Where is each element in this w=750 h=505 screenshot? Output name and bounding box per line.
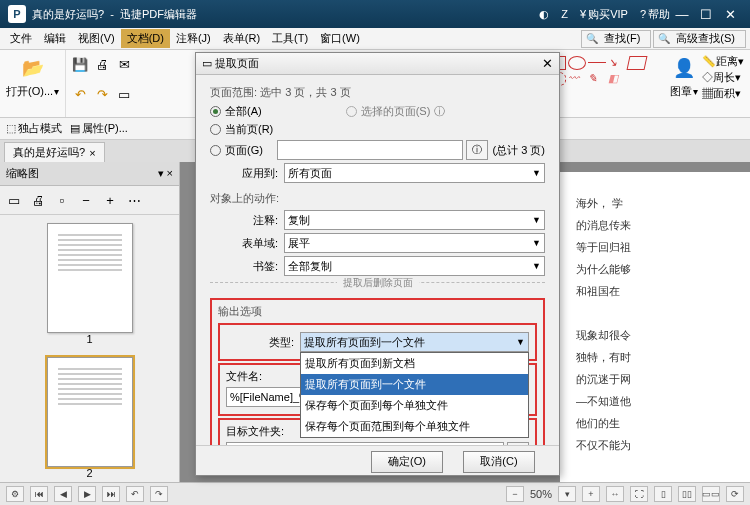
- page-icon[interactable]: ▭: [114, 85, 134, 105]
- dialog-title: 提取页面: [215, 56, 542, 71]
- menu-edit[interactable]: 编辑: [38, 29, 72, 48]
- back-icon[interactable]: ↶: [126, 486, 144, 502]
- continuous-icon[interactable]: ▯▯: [678, 486, 696, 502]
- quick-tools: 💾 🖨 ✉ ↶ ↷ ▭: [66, 50, 146, 117]
- thumb-print-icon[interactable]: 🖨: [28, 190, 48, 210]
- single-page-icon[interactable]: ▯: [654, 486, 672, 502]
- close-button[interactable]: ✕: [718, 7, 742, 22]
- ok-button[interactable]: 确定(O): [371, 451, 443, 473]
- fit-page-icon[interactable]: ⛶: [630, 486, 648, 502]
- thumb-del-icon[interactable]: ▫: [52, 190, 72, 210]
- panel-menu-icon[interactable]: ▾ ×: [158, 167, 173, 180]
- cancel-button[interactable]: 取消(C): [463, 451, 535, 473]
- arrow-icon[interactable]: ↘: [608, 56, 626, 70]
- last-page-icon[interactable]: ⏭: [102, 486, 120, 502]
- fit-width-icon[interactable]: ↔: [606, 486, 624, 502]
- eraser-icon[interactable]: ◧: [608, 72, 626, 86]
- distance-tool[interactable]: 📏距离▾: [702, 54, 744, 69]
- prev-page-icon[interactable]: ◀: [54, 486, 72, 502]
- solo-mode[interactable]: ⬚ 独占模式: [6, 121, 62, 136]
- extract-pages-dialog: ▭ 提取页面 ✕ 页面范围: 选中 3 页，共 3 页 全部(A) 选择的页面(…: [195, 52, 560, 476]
- type-option[interactable]: 提取所有页面到一个文件: [301, 374, 528, 395]
- folder-open-icon: 📂: [19, 54, 47, 82]
- type-select[interactable]: 提取所有页面到一个文件▼ 提取所有页面到新文档 提取所有页面到一个文件 保存每个…: [300, 332, 529, 352]
- save-icon[interactable]: 💾: [70, 54, 90, 74]
- menu-tool[interactable]: 工具(T): [266, 29, 314, 48]
- folder-input[interactable]: [226, 442, 504, 445]
- zoom-value: 50%: [530, 488, 552, 500]
- help-button[interactable]: ? 帮助: [640, 7, 670, 22]
- menu-view[interactable]: 视图(V): [72, 29, 121, 48]
- thumb-add-icon[interactable]: ▭: [4, 190, 24, 210]
- minimize-button[interactable]: ―: [670, 7, 694, 22]
- radio-all[interactable]: 全部(A): [210, 104, 262, 119]
- print-icon[interactable]: 🖨: [92, 54, 112, 74]
- radio-current[interactable]: 当前页(R): [210, 122, 273, 137]
- properties-button[interactable]: ▤ 属性(P)...: [70, 121, 128, 136]
- open-group[interactable]: 📂 打开(O)...▾: [0, 50, 66, 117]
- menu-bar: 文件 编辑 视图(V) 文档(D) 注释(J) 表单(R) 工具(T) 窗口(W…: [0, 28, 750, 50]
- shape-tools: ↘ 〰 ✎ ◧ 👤 图章▾ 📏距离▾ ◇周长▾ ▦面积▾: [540, 50, 750, 117]
- mail-icon[interactable]: ✉: [114, 54, 134, 74]
- undo-icon[interactable]: ↶: [70, 85, 90, 105]
- thumb-zoomout-icon[interactable]: −: [76, 190, 96, 210]
- window-title: 真的是好运吗? - 迅捷PDF编辑器: [32, 7, 527, 22]
- type-option[interactable]: 保存每个页面到每个单独文件: [301, 395, 528, 416]
- thumb-more-icon[interactable]: ⋯: [124, 190, 144, 210]
- advanced-find-button[interactable]: 🔍高级查找(S): [653, 30, 746, 48]
- page-info-icon[interactable]: ⓘ: [466, 140, 488, 160]
- form-select[interactable]: 展平▼: [284, 233, 545, 253]
- page-range-input[interactable]: [277, 140, 464, 160]
- menu-window[interactable]: 窗口(W): [314, 29, 366, 48]
- perimeter-tool[interactable]: ◇周长▾: [702, 70, 744, 85]
- thumb-num: 2: [86, 467, 92, 479]
- redo-icon[interactable]: ↷: [92, 85, 112, 105]
- next-page-icon[interactable]: ▶: [78, 486, 96, 502]
- radio-pages[interactable]: 页面(G): [210, 143, 263, 158]
- output-section: 输出选项 类型: 提取所有页面到一个文件▼ 提取所有页面到新文档 提取所有页面到…: [210, 298, 545, 445]
- zoom-out-icon[interactable]: −: [506, 486, 524, 502]
- type-option[interactable]: 保存每个页面范围到每个单独文件: [301, 416, 528, 437]
- document-tab[interactable]: 真的是好运吗? ×: [4, 142, 105, 162]
- user-z[interactable]: Z: [561, 8, 568, 20]
- facing-icon[interactable]: ▭▭: [702, 486, 720, 502]
- fwd-icon[interactable]: ↷: [150, 486, 168, 502]
- dialog-close-icon[interactable]: ✕: [542, 56, 553, 71]
- pencil-icon[interactable]: ✎: [588, 72, 606, 86]
- menu-document[interactable]: 文档(D): [121, 29, 170, 48]
- polyline-icon[interactable]: 〰: [568, 72, 586, 86]
- applyto-label: 应用到:: [210, 166, 284, 181]
- zoom-in-icon[interactable]: +: [582, 486, 600, 502]
- zoom-dropdown-icon[interactable]: ▾: [558, 486, 576, 502]
- browse-folder-button[interactable]: 📁: [507, 442, 529, 445]
- oval-icon[interactable]: [568, 56, 586, 70]
- area-tool[interactable]: ▦面积▾: [702, 86, 744, 101]
- rotate-icon[interactable]: ⟳: [726, 486, 744, 502]
- buy-vip[interactable]: ¥ 购买VIP: [580, 7, 628, 22]
- bookmark-label: 书签:: [210, 259, 284, 274]
- applyto-select[interactable]: 所有页面▼: [284, 163, 545, 183]
- first-page-icon[interactable]: ⏮: [30, 486, 48, 502]
- find-button[interactable]: 🔍查找(F): [581, 30, 651, 48]
- thumb-toolbar: ▭ 🖨 ▫ − + ⋯: [0, 186, 179, 215]
- type-option[interactable]: 提取所有页面到新文档: [301, 353, 528, 374]
- poly-icon[interactable]: [627, 56, 648, 70]
- menu-file[interactable]: 文件: [4, 29, 38, 48]
- menu-form[interactable]: 表单(R): [217, 29, 266, 48]
- maximize-button[interactable]: ☐: [694, 7, 718, 22]
- thumb-zoomin-icon[interactable]: +: [100, 190, 120, 210]
- opts-icon[interactable]: ⚙: [6, 486, 24, 502]
- thumbnail[interactable]: 1: [47, 223, 133, 345]
- user-icon[interactable]: ◐: [539, 8, 549, 21]
- delete-after-label: 提取后删除页面: [337, 276, 419, 290]
- tab-close-icon[interactable]: ×: [89, 147, 95, 159]
- radio-selected: 选择的页面(S) ⓘ: [346, 104, 446, 119]
- thumbnail[interactable]: 2: [47, 357, 133, 479]
- line-icon[interactable]: [588, 62, 606, 63]
- anno-select[interactable]: 复制▼: [284, 210, 545, 230]
- stamp-icon[interactable]: 👤: [670, 54, 698, 82]
- type-label: 类型:: [226, 335, 300, 350]
- form-label: 表单域:: [210, 236, 284, 251]
- menu-comment[interactable]: 注释(J): [170, 29, 217, 48]
- bookmark-select[interactable]: 全部复制▼: [284, 256, 545, 276]
